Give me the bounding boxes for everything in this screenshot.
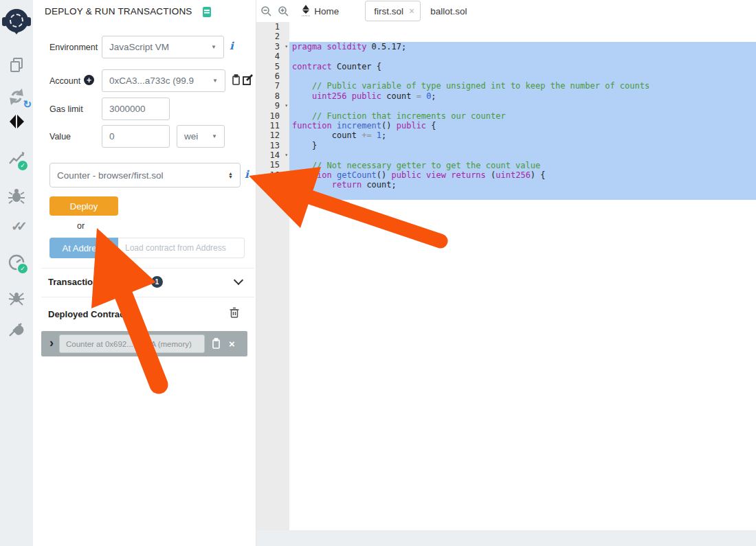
code-line[interactable]	[289, 101, 756, 111]
gutter-line-number[interactable]: 13	[256, 141, 289, 150]
deployed-contract-row: › Counter at 0x692...77b3A (memory) ×	[41, 331, 247, 356]
code-line[interactable]: pragma solidity 0.5.17;	[289, 42, 756, 52]
remix-logo-icon	[0, 9, 33, 32]
unit-testing-icon[interactable]: ✓✓	[0, 218, 33, 234]
value-label: Value	[49, 132, 71, 141]
zoom-in-icon[interactable]	[278, 5, 289, 17]
code-lines: pragma solidity 0.5.17;contract Counter …	[289, 42, 756, 200]
gutter-line-number[interactable]: 12	[256, 130, 289, 140]
value-input[interactable]	[102, 125, 170, 148]
documentation-book-icon[interactable]	[203, 7, 211, 17]
gutter-line-number[interactable]: 3▾	[256, 42, 289, 52]
or-label: or	[77, 221, 85, 231]
gutter-line-number[interactable]: 5	[256, 62, 289, 71]
code-area[interactable]: pragma solidity 0.5.17;contract Counter …	[289, 22, 756, 530]
divider	[41, 297, 254, 297]
plugin-manager-icon[interactable]	[0, 321, 33, 339]
code-line[interactable]: count += 1;	[289, 130, 756, 140]
code-line[interactable]: uint256 public count = 0;	[289, 91, 756, 101]
code-line[interactable]: function getCount() public view returns …	[289, 170, 756, 180]
code-line[interactable]	[289, 52, 756, 61]
panel-title: DEPLOY & RUN TRANSACTIONS	[45, 6, 192, 16]
code-line[interactable]: // Not necessary getter to get the count…	[289, 161, 756, 170]
gas-limit-input[interactable]	[102, 98, 170, 120]
gutter: 123▾456789▾1011121314▾1516	[256, 22, 289, 530]
analysis-check-badge-icon: ✓	[16, 159, 29, 172]
code-line[interactable]: // Public variable of type unsigned int …	[289, 81, 756, 91]
spider-icon[interactable]	[0, 289, 33, 307]
static-analysis-icon[interactable]: ✓	[0, 150, 33, 169]
edit-account-icon[interactable]	[243, 74, 253, 86]
chevron-down-icon[interactable]	[234, 275, 243, 285]
deployed-contracts-heading: Deployed Contracts	[48, 309, 133, 319]
compiler-refresh-badge-icon: ↻	[23, 98, 32, 111]
deploy-run-panel: DEPLOY & RUN TRANSACTIONS Environment Ja…	[33, 0, 256, 546]
code-line[interactable]: }	[289, 141, 756, 150]
environment-label: Environment	[49, 43, 98, 52]
gutter-line-number[interactable]: 15	[256, 160, 289, 170]
gutter-line-number[interactable]: 10	[256, 111, 289, 121]
code-line[interactable]: contract Counter {	[289, 62, 756, 71]
fold-caret-icon[interactable]: ▾	[285, 150, 288, 160]
environment-select[interactable]: JavaScript VM ▼	[102, 36, 224, 58]
code-line[interactable]	[289, 150, 756, 160]
transactions-count-badge: 1	[151, 276, 163, 288]
environment-info-icon[interactable]: i	[230, 40, 234, 52]
contract-select[interactable]: Counter - browser/first.sol ▲▼	[49, 163, 241, 187]
caret-down-icon: ▼	[212, 78, 218, 84]
gutter-line-number[interactable]: 16	[256, 170, 289, 180]
caret-down-icon: ▼	[211, 44, 216, 50]
remix-ide-window: ↻ ✓ ✓✓ ✓ DEPLOY & RUN TRANSACTIONS Envir…	[0, 0, 756, 546]
tab-bar: remix Home first.sol × ballot.sol	[256, 0, 756, 22]
gas-gauge-icon[interactable]: ✓	[0, 253, 33, 272]
remix-mini-logo-icon: remix	[302, 5, 310, 17]
code-line[interactable]	[289, 71, 756, 81]
updown-icon: ▲▼	[228, 172, 233, 179]
gutter-line-number[interactable]: 9▾	[256, 101, 289, 111]
expand-chevron-icon[interactable]: ›	[49, 336, 54, 350]
gutter-line-number[interactable]: 7	[256, 81, 289, 91]
deploy-and-run-icon[interactable]	[0, 112, 33, 131]
gutter-line-number[interactable]: 11	[256, 121, 289, 130]
tab-first-sol[interactable]: first.sol ×	[365, 1, 421, 21]
copy-contract-icon[interactable]	[212, 338, 221, 350]
divider	[41, 268, 254, 269]
deployed-contract-pill[interactable]: Counter at 0x692...77b3A (memory)	[59, 334, 205, 353]
editor-area: remix Home first.sol × ballot.sol 123▾45…	[256, 0, 756, 546]
code-line[interactable]: return count;	[289, 180, 756, 190]
add-account-icon[interactable]: +	[84, 75, 94, 85]
account-label: Account	[49, 76, 80, 86]
code-line[interactable]: }	[289, 190, 756, 200]
code-line[interactable]: function increment() public {	[289, 121, 756, 130]
debugger-bug-icon[interactable]	[0, 187, 33, 205]
deploy-button[interactable]: Deploy	[49, 196, 118, 216]
remove-contract-icon[interactable]: ×	[229, 338, 235, 350]
gauge-check-badge-icon: ✓	[16, 262, 29, 275]
solidity-compiler-icon[interactable]: ↻	[0, 87, 33, 106]
gutter-line-number[interactable]: 6	[256, 71, 289, 81]
gutter-line-number[interactable]: 1	[256, 22, 289, 32]
gutter-line-number[interactable]: 2	[256, 32, 289, 41]
fold-caret-icon[interactable]: ▾	[285, 42, 288, 52]
tab-home[interactable]: Home	[314, 6, 339, 16]
gutter-line-number[interactable]: 8	[256, 91, 289, 101]
account-select[interactable]: 0xCA3...a733c (99.9 ▼	[102, 69, 225, 92]
at-address-button[interactable]: At Address	[49, 238, 118, 258]
value-unit-select[interactable]: wei ▼	[177, 125, 225, 148]
fold-caret-icon[interactable]: ▾	[285, 101, 288, 111]
gutter-line-number[interactable]: 14▾	[256, 150, 289, 160]
bottom-strip	[256, 530, 756, 546]
close-tab-icon[interactable]: ×	[409, 5, 414, 16]
copy-account-icon[interactable]	[232, 74, 241, 86]
at-address-input[interactable]	[118, 238, 245, 258]
contract-info-icon[interactable]: i	[245, 168, 249, 181]
file-explorer-icon[interactable]	[0, 56, 33, 73]
tab-ballot-sol[interactable]: ballot.sol	[430, 6, 467, 16]
gutter-line-number[interactable]: 4	[256, 52, 289, 61]
transactions-recorded-row[interactable]: Transactions recorded: 1	[48, 276, 163, 288]
code-line[interactable]: // Function that increments our counter	[289, 111, 756, 121]
gas-limit-label: Gas limit	[49, 104, 83, 114]
trash-icon[interactable]	[230, 307, 239, 319]
caret-down-icon: ▼	[212, 133, 217, 139]
zoom-out-icon[interactable]	[260, 5, 272, 17]
